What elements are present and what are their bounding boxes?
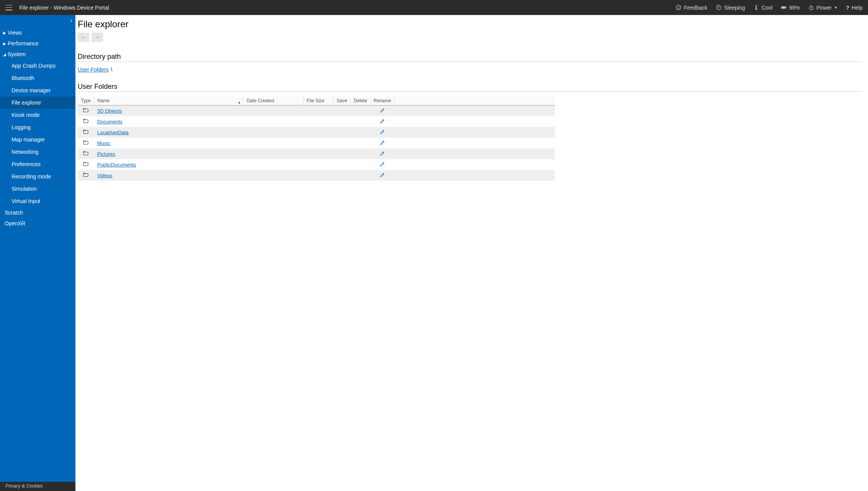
sleeping-label: Sleeping	[724, 5, 745, 11]
svg-rect-8	[786, 7, 786, 8]
sidebar-group-system[interactable]: ◢System	[0, 49, 75, 60]
breadcrumb-root-link[interactable]: User Folders	[78, 67, 108, 73]
row-size-cell	[304, 138, 334, 148]
folder-link[interactable]: PublicDocuments	[97, 162, 136, 168]
sidebar-item-logging[interactable]: Logging	[0, 121, 75, 133]
row-delete-cell	[351, 116, 371, 127]
sidebar-item-simulation[interactable]: Simulation	[0, 183, 75, 195]
svg-point-2	[679, 7, 680, 7]
folder-link[interactable]: LocalAppData	[97, 130, 129, 135]
col-date-header[interactable]: Date Created	[244, 97, 304, 105]
col-name-label: Name	[97, 98, 110, 103]
row-date-cell	[244, 105, 304, 116]
pencil-icon[interactable]	[380, 140, 385, 145]
collapse-sidebar-button[interactable]: ‹	[70, 17, 72, 23]
row-name-cell: Videos	[94, 170, 244, 181]
sort-asc-icon: ▲	[238, 101, 241, 104]
arrow-left-icon: ←	[81, 34, 86, 40]
col-rename-header[interactable]: Rename	[371, 97, 394, 105]
row-type-cell	[78, 148, 94, 159]
svg-rect-15	[83, 130, 88, 133]
row-delete-cell	[351, 170, 371, 181]
sidebar-group-performance[interactable]: ▶Performance	[0, 38, 75, 49]
row-delete-cell	[351, 127, 371, 138]
folder-link[interactable]: Pictures	[97, 151, 115, 157]
power-menu[interactable]: Power ▼	[808, 5, 838, 11]
sidebar-item-virtual-input[interactable]: Virtual Input	[0, 195, 75, 207]
directory-path-heading: Directory path	[78, 53, 862, 62]
folder-link[interactable]: Documents	[97, 119, 123, 125]
sleeping-status[interactable]: Sleeping	[716, 5, 745, 11]
pencil-icon[interactable]	[380, 118, 385, 124]
row-date-cell	[244, 159, 304, 170]
row-save-cell	[334, 138, 351, 148]
power-label: Power	[816, 5, 832, 11]
pencil-icon[interactable]	[380, 172, 385, 178]
pencil-icon[interactable]	[380, 108, 385, 113]
sidebar-item-file-explorer[interactable]: File explorer	[0, 97, 75, 109]
sidebar-item-map-manager[interactable]: Map manager	[0, 133, 75, 146]
row-save-cell	[334, 148, 351, 159]
hamburger-menu-button[interactable]	[5, 5, 12, 10]
col-name-header[interactable]: Name ▲	[94, 97, 244, 105]
row-save-cell	[334, 105, 351, 116]
sidebar-item-kiosk-mode[interactable]: Kiosk mode	[0, 109, 75, 121]
power-icon	[808, 5, 814, 10]
folder-icon	[83, 162, 88, 166]
sidebar-item-device-manager[interactable]: Device manager	[0, 84, 75, 97]
row-type-cell	[78, 105, 94, 116]
row-size-cell	[304, 116, 334, 127]
sidebar-item-bluetooth[interactable]: Bluetooth	[0, 72, 75, 84]
feedback-button[interactable]: Feedback	[676, 5, 707, 11]
folder-link[interactable]: 3D Objects	[97, 108, 122, 114]
row-save-cell	[334, 159, 351, 170]
row-rest-cell	[394, 138, 555, 148]
battery-status[interactable]: 99%	[781, 5, 800, 11]
pencil-icon[interactable]	[380, 129, 385, 135]
sidebar-nav: ▶Views▶Performance◢SystemApp Crash Dumps…	[0, 15, 75, 482]
folder-link[interactable]: Music	[97, 140, 110, 146]
table-row: Videos	[78, 170, 555, 181]
feedback-label: Feedback	[684, 5, 707, 11]
nav-forward-button[interactable]: →	[92, 33, 103, 42]
nav-buttons: ← →	[78, 33, 862, 42]
help-button[interactable]: ? Help	[846, 5, 863, 11]
sidebar-group-label: Views	[8, 30, 22, 36]
col-save-header[interactable]: Save	[334, 97, 351, 105]
sidebar-item-openxr[interactable]: OpenXR	[0, 218, 75, 229]
sidebar-item-app-crash-dumps[interactable]: App Crash Dumps	[0, 60, 75, 72]
pencil-icon[interactable]	[380, 161, 385, 167]
arrow-right-icon: →	[95, 34, 100, 40]
row-size-cell	[304, 105, 334, 116]
col-type-header[interactable]: Type	[78, 97, 94, 105]
row-rest-cell	[394, 105, 555, 116]
main-area: ‹ ▶Views▶Performance◢SystemApp Crash Dum…	[0, 15, 868, 491]
help-label: Help	[851, 5, 863, 11]
sidebar: ‹ ▶Views▶Performance◢SystemApp Crash Dum…	[0, 15, 75, 491]
svg-rect-7	[782, 7, 785, 8]
table-row: Pictures	[78, 148, 555, 159]
temp-status[interactable]: Cool	[753, 5, 773, 11]
file-table: Type Name ▲ Date Created File Size Save …	[78, 97, 555, 181]
privacy-link[interactable]: Privacy & Cookies	[0, 482, 75, 491]
clock-icon	[716, 5, 722, 10]
folder-link[interactable]: Videos	[97, 173, 113, 178]
sidebar-item-networking[interactable]: Networking	[0, 146, 75, 158]
sidebar-item-preferences[interactable]: Preferences	[0, 158, 75, 170]
table-row: Documents	[78, 116, 555, 127]
sidebar-item-scratch[interactable]: Scratch	[0, 207, 75, 218]
svg-rect-11	[83, 109, 88, 112]
sidebar-item-recording-mode[interactable]: Recording mode	[0, 170, 75, 183]
row-rest-cell	[394, 116, 555, 127]
nav-back-button[interactable]: ←	[78, 33, 89, 42]
row-rename-cell	[371, 170, 394, 181]
table-row: 3D Objects	[78, 105, 555, 116]
row-size-cell	[304, 148, 334, 159]
row-date-cell	[244, 127, 304, 138]
pencil-icon[interactable]	[380, 151, 385, 156]
col-delete-header[interactable]: Delete	[351, 97, 371, 105]
folder-icon	[83, 151, 88, 156]
row-delete-cell	[351, 105, 371, 116]
sidebar-group-views[interactable]: ▶Views	[0, 27, 75, 38]
col-size-header[interactable]: File Size	[304, 97, 334, 105]
